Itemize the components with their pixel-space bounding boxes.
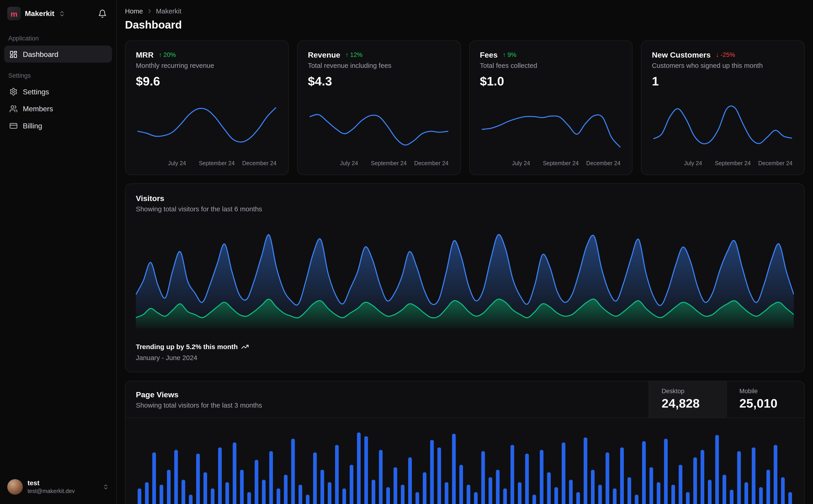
chevrons-up-down-icon: [103, 484, 109, 490]
x-tick: July 24: [340, 160, 358, 166]
x-tick: July 24: [512, 160, 530, 166]
trend-badge: ↑20%: [159, 51, 176, 58]
breadcrumb: Home Makerkit: [125, 7, 805, 15]
bell-icon: [98, 9, 107, 18]
new-customers-sparkline-chart: [652, 95, 794, 156]
chevrons-up-down-icon: [58, 10, 65, 17]
sidebar: m Makerkit Application Dashboard Setting…: [0, 0, 117, 504]
trend-badge: ↓-25%: [716, 51, 735, 58]
metric-value: $9.6: [136, 74, 278, 88]
visitors-card: Visitors Showing total visitors for the …: [125, 183, 805, 373]
user-menu[interactable]: test test@makerkit.dev: [4, 475, 112, 499]
trend-value: 20%: [163, 51, 176, 58]
main-content: Home Makerkit Dashboard MRR ↑20% Monthly…: [117, 0, 813, 504]
stat-toggle-desktop[interactable]: Desktop 24,828: [649, 381, 726, 418]
gear-icon: [9, 87, 18, 95]
revenue-sparkline-chart: [308, 95, 450, 156]
metric-value: $4.3: [308, 74, 450, 88]
workspace-name: Makerkit: [25, 9, 54, 18]
page-views-title: Page Views: [136, 390, 638, 399]
mrr-sparkline-chart: [136, 95, 278, 156]
trend-value: 12%: [350, 51, 363, 58]
arrow-up-icon: ↑: [503, 51, 506, 58]
metric-cards-row: MRR ↑20% Monthly recurring revenue $9.6 …: [125, 40, 805, 175]
trend-badge: ↑12%: [346, 51, 363, 58]
section-label-settings: Settings: [8, 72, 108, 79]
user-email: test@makerkit.dev: [27, 487, 75, 495]
x-axis-labels: July 24 September 24 December 24: [308, 160, 450, 167]
app-root: m Makerkit Application Dashboard Setting…: [0, 0, 813, 504]
logo-letter: m: [11, 9, 17, 18]
sidebar-item-label: Settings: [23, 87, 49, 95]
sidebar-item-label: Dashboard: [23, 50, 58, 58]
metric-value: $1.0: [480, 74, 622, 88]
metric-title: Fees: [480, 50, 498, 59]
sidebar-item-members[interactable]: Members: [4, 100, 112, 117]
breadcrumb-home-link[interactable]: Home: [125, 7, 143, 15]
sidebar-item-label: Billing: [23, 122, 42, 130]
metric-card-new-customers: New Customers ↓-25% Customers who signed…: [641, 40, 805, 175]
stat-toggle-mobile[interactable]: Mobile 25,010: [726, 381, 804, 418]
trending-up-icon: [241, 343, 249, 351]
dashboard-icon: [9, 50, 18, 58]
chevron-right-icon: [146, 8, 153, 14]
trend-badge: ↑9%: [503, 51, 517, 58]
user-name: test: [27, 479, 75, 487]
arrow-up-icon: ↑: [159, 51, 162, 58]
avatar: [7, 479, 23, 495]
x-axis-labels: July 24 September 24 December 24: [136, 160, 278, 167]
makerkit-logo-icon: m: [7, 7, 21, 20]
page-views-card: Page Views Showing total visitors for th…: [125, 381, 805, 504]
metric-subtitle: Total fees collected: [480, 62, 622, 69]
sidebar-item-billing[interactable]: Billing: [4, 117, 112, 134]
metric-title: MRR: [136, 50, 153, 59]
x-tick: December 24: [586, 160, 621, 166]
users-icon: [9, 104, 18, 113]
visitors-title: Visitors: [136, 194, 794, 203]
metric-title: Revenue: [308, 50, 340, 59]
sidebar-nav: Application Dashboard Settings Settings …: [0, 25, 116, 134]
breadcrumb-current: Makerkit: [156, 7, 181, 15]
page-views-subtitle: Showing total visitors for the last 3 mo…: [136, 401, 638, 409]
metric-card-fees: Fees ↑9% Total fees collected $1.0 July …: [469, 40, 633, 175]
metric-value: 1: [652, 74, 794, 88]
trend-value: -25%: [721, 51, 735, 58]
metric-subtitle: Monthly recurring revenue: [136, 62, 278, 69]
sidebar-item-label: Members: [23, 104, 53, 113]
stat-value: 24,828: [662, 396, 714, 411]
metric-subtitle: Total revenue including fees: [308, 62, 450, 69]
arrow-down-icon: ↓: [716, 51, 719, 58]
x-tick: December 24: [758, 160, 793, 166]
x-tick: September 24: [543, 160, 579, 166]
page-title: Dashboard: [125, 19, 805, 31]
fees-sparkline-chart: [480, 95, 622, 156]
workspace-switcher[interactable]: m Makerkit: [0, 0, 116, 25]
metric-card-mrr: MRR ↑20% Monthly recurring revenue $9.6 …: [125, 40, 289, 175]
arrow-up-icon: ↑: [346, 51, 349, 58]
sidebar-item-dashboard[interactable]: Dashboard: [4, 46, 112, 63]
visitors-area-chart: [136, 227, 794, 328]
x-tick: July 24: [684, 160, 702, 166]
metric-title: New Customers: [652, 50, 711, 59]
stat-label: Mobile: [739, 387, 792, 395]
date-range: January - June 2024: [136, 354, 794, 361]
visitors-footer: Trending up by 5.2% this month January -…: [136, 343, 794, 362]
notifications-button[interactable]: [96, 7, 109, 20]
x-tick: December 24: [414, 160, 448, 166]
user-info: test test@makerkit.dev: [27, 479, 75, 495]
section-label-application: Application: [8, 35, 108, 42]
stat-label: Desktop: [662, 387, 714, 395]
x-axis-labels: July 24 September 24 December 24: [480, 160, 622, 167]
x-axis-labels: July 24 September 24 December 24: [652, 160, 794, 167]
metric-card-revenue: Revenue ↑12% Total revenue including fee…: [297, 40, 461, 175]
sidebar-item-settings[interactable]: Settings: [4, 83, 112, 100]
metric-subtitle: Customers who signed up this month: [652, 62, 794, 69]
stat-value: 25,010: [739, 396, 792, 411]
page-views-bar-chart: [136, 422, 794, 504]
x-tick: July 24: [168, 160, 186, 166]
x-tick: December 24: [242, 160, 277, 166]
trend-value: 9%: [507, 51, 516, 58]
trend-text: Trending up by 5.2% this month: [136, 343, 238, 351]
visitors-subtitle: Showing total visitors for the last 6 mo…: [136, 205, 794, 213]
credit-card-icon: [9, 122, 18, 130]
